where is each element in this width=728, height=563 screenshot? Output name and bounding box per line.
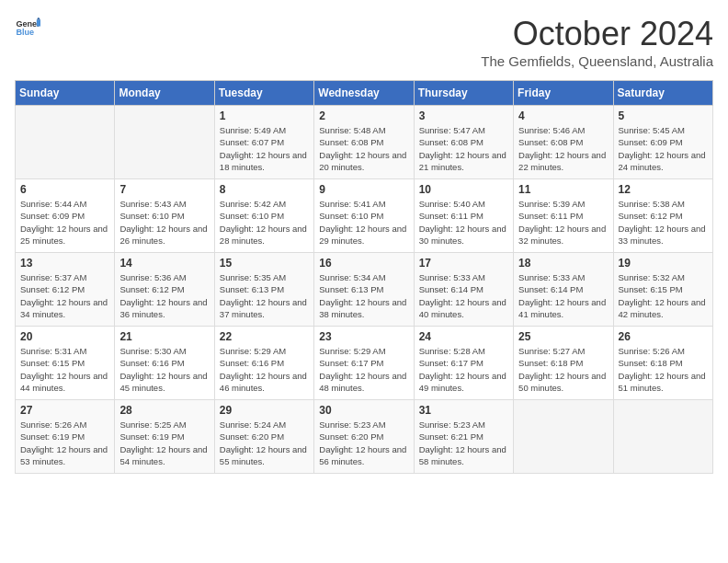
cell-info: Sunrise: 5:29 AM Sunset: 6:16 PM Dayligh… <box>220 345 309 394</box>
col-header-saturday: Saturday <box>613 81 712 106</box>
calendar-cell <box>115 106 214 179</box>
calendar-cell: 1Sunrise: 5:49 AM Sunset: 6:07 PM Daylig… <box>214 106 313 179</box>
calendar-cell: 24Sunrise: 5:28 AM Sunset: 6:17 PM Dayli… <box>414 327 513 400</box>
cell-info: Sunrise: 5:46 AM Sunset: 6:08 PM Dayligh… <box>518 124 608 173</box>
calendar-cell: 9Sunrise: 5:41 AM Sunset: 6:10 PM Daylig… <box>314 179 414 253</box>
cell-info: Sunrise: 5:28 AM Sunset: 6:17 PM Dayligh… <box>419 345 508 394</box>
calendar-cell: 4Sunrise: 5:46 AM Sunset: 6:08 PM Daylig… <box>514 106 613 179</box>
cell-info: Sunrise: 5:48 AM Sunset: 6:08 PM Dayligh… <box>319 124 408 173</box>
cell-info: Sunrise: 5:38 AM Sunset: 6:12 PM Dayligh… <box>619 198 708 247</box>
svg-text:Blue: Blue <box>16 28 34 37</box>
col-header-wednesday: Wednesday <box>314 81 414 106</box>
cell-info: Sunrise: 5:42 AM Sunset: 6:10 PM Dayligh… <box>220 198 309 247</box>
cell-info: Sunrise: 5:40 AM Sunset: 6:11 PM Dayligh… <box>419 198 508 247</box>
cell-info: Sunrise: 5:26 AM Sunset: 6:18 PM Dayligh… <box>619 345 708 394</box>
cell-info: Sunrise: 5:36 AM Sunset: 6:12 PM Dayligh… <box>119 271 209 320</box>
cell-info: Sunrise: 5:27 AM Sunset: 6:18 PM Dayligh… <box>518 345 608 394</box>
day-number: 15 <box>220 257 309 270</box>
day-number: 27 <box>20 404 109 417</box>
day-number: 7 <box>119 183 209 196</box>
logo: General Blue General Blue <box>15 15 40 40</box>
day-number: 11 <box>518 183 608 196</box>
cell-info: Sunrise: 5:23 AM Sunset: 6:20 PM Dayligh… <box>319 419 408 467</box>
calendar-cell: 5Sunrise: 5:45 AM Sunset: 6:09 PM Daylig… <box>613 106 712 179</box>
day-number: 28 <box>119 404 209 417</box>
day-number: 1 <box>220 109 309 122</box>
day-number: 25 <box>518 330 608 343</box>
calendar-cell: 28Sunrise: 5:25 AM Sunset: 6:19 PM Dayli… <box>115 400 214 474</box>
cell-info: Sunrise: 5:26 AM Sunset: 6:19 PM Dayligh… <box>20 419 109 467</box>
cell-info: Sunrise: 5:49 AM Sunset: 6:07 PM Dayligh… <box>220 124 309 173</box>
day-number: 24 <box>419 330 508 343</box>
header-row: SundayMondayTuesdayWednesdayThursdayFrid… <box>16 81 713 106</box>
day-number: 14 <box>119 257 209 270</box>
calendar-cell: 3Sunrise: 5:47 AM Sunset: 6:08 PM Daylig… <box>414 106 513 179</box>
cell-info: Sunrise: 5:23 AM Sunset: 6:21 PM Dayligh… <box>419 419 508 467</box>
calendar-cell: 15Sunrise: 5:35 AM Sunset: 6:13 PM Dayli… <box>214 253 313 327</box>
cell-info: Sunrise: 5:24 AM Sunset: 6:20 PM Dayligh… <box>220 419 309 467</box>
day-number: 26 <box>619 330 708 343</box>
calendar-cell: 27Sunrise: 5:26 AM Sunset: 6:19 PM Dayli… <box>16 400 115 474</box>
calendar-cell: 16Sunrise: 5:34 AM Sunset: 6:13 PM Dayli… <box>314 253 414 327</box>
calendar-cell <box>613 400 712 474</box>
calendar-cell: 2Sunrise: 5:48 AM Sunset: 6:08 PM Daylig… <box>314 106 414 179</box>
calendar-cell: 6Sunrise: 5:44 AM Sunset: 6:09 PM Daylig… <box>16 179 115 253</box>
cell-info: Sunrise: 5:25 AM Sunset: 6:19 PM Dayligh… <box>119 419 209 467</box>
calendar-cell: 13Sunrise: 5:37 AM Sunset: 6:12 PM Dayli… <box>16 253 115 327</box>
calendar-cell: 21Sunrise: 5:30 AM Sunset: 6:16 PM Dayli… <box>115 327 214 400</box>
calendar-cell: 19Sunrise: 5:32 AM Sunset: 6:15 PM Dayli… <box>613 253 712 327</box>
calendar-cell: 29Sunrise: 5:24 AM Sunset: 6:20 PM Dayli… <box>214 400 313 474</box>
cell-info: Sunrise: 5:43 AM Sunset: 6:10 PM Dayligh… <box>119 198 209 247</box>
day-number: 9 <box>319 183 408 196</box>
col-header-sunday: Sunday <box>16 81 115 106</box>
calendar-cell: 20Sunrise: 5:31 AM Sunset: 6:15 PM Dayli… <box>16 327 115 400</box>
calendar-cell: 22Sunrise: 5:29 AM Sunset: 6:16 PM Dayli… <box>214 327 313 400</box>
calendar-cell <box>16 106 115 179</box>
day-number: 2 <box>319 109 408 122</box>
day-number: 16 <box>319 257 408 270</box>
week-row-2: 6Sunrise: 5:44 AM Sunset: 6:09 PM Daylig… <box>16 179 713 253</box>
day-number: 29 <box>220 404 309 417</box>
cell-info: Sunrise: 5:32 AM Sunset: 6:15 PM Dayligh… <box>619 271 708 320</box>
subtitle: The Gemfields, Queensland, Australia <box>481 53 713 69</box>
calendar-cell: 31Sunrise: 5:23 AM Sunset: 6:21 PM Dayli… <box>414 400 513 474</box>
day-number: 6 <box>20 183 109 196</box>
calendar-cell: 10Sunrise: 5:40 AM Sunset: 6:11 PM Dayli… <box>414 179 513 253</box>
cell-info: Sunrise: 5:47 AM Sunset: 6:08 PM Dayligh… <box>419 124 508 173</box>
day-number: 12 <box>619 183 708 196</box>
day-number: 4 <box>518 109 608 122</box>
day-number: 30 <box>319 404 408 417</box>
week-row-1: 1Sunrise: 5:49 AM Sunset: 6:07 PM Daylig… <box>16 106 713 179</box>
calendar-cell: 18Sunrise: 5:33 AM Sunset: 6:14 PM Dayli… <box>514 253 613 327</box>
cell-info: Sunrise: 5:37 AM Sunset: 6:12 PM Dayligh… <box>20 271 109 320</box>
calendar-cell: 23Sunrise: 5:29 AM Sunset: 6:17 PM Dayli… <box>314 327 414 400</box>
cell-info: Sunrise: 5:44 AM Sunset: 6:09 PM Dayligh… <box>20 198 109 247</box>
cell-info: Sunrise: 5:31 AM Sunset: 6:15 PM Dayligh… <box>20 345 109 394</box>
calendar-cell: 11Sunrise: 5:39 AM Sunset: 6:11 PM Dayli… <box>514 179 613 253</box>
cell-info: Sunrise: 5:45 AM Sunset: 6:09 PM Dayligh… <box>619 124 708 173</box>
day-number: 8 <box>220 183 309 196</box>
day-number: 18 <box>518 257 608 270</box>
week-row-4: 20Sunrise: 5:31 AM Sunset: 6:15 PM Dayli… <box>16 327 713 400</box>
day-number: 5 <box>619 109 708 122</box>
day-number: 3 <box>419 109 508 122</box>
day-number: 31 <box>419 404 508 417</box>
cell-info: Sunrise: 5:35 AM Sunset: 6:13 PM Dayligh… <box>220 271 309 320</box>
calendar-cell: 7Sunrise: 5:43 AM Sunset: 6:10 PM Daylig… <box>115 179 214 253</box>
svg-marker-2 <box>37 20 40 27</box>
calendar-cell: 30Sunrise: 5:23 AM Sunset: 6:20 PM Dayli… <box>314 400 414 474</box>
calendar-cell: 17Sunrise: 5:33 AM Sunset: 6:14 PM Dayli… <box>414 253 513 327</box>
month-title: October 2024 <box>481 15 713 53</box>
week-row-5: 27Sunrise: 5:26 AM Sunset: 6:19 PM Dayli… <box>16 400 713 474</box>
calendar-table: SundayMondayTuesdayWednesdayThursdayFrid… <box>15 80 713 474</box>
day-number: 23 <box>319 330 408 343</box>
title-block: October 2024 The Gemfields, Queensland, … <box>481 15 713 69</box>
calendar-cell: 26Sunrise: 5:26 AM Sunset: 6:18 PM Dayli… <box>613 327 712 400</box>
col-header-tuesday: Tuesday <box>214 81 313 106</box>
col-header-friday: Friday <box>514 81 613 106</box>
day-number: 22 <box>220 330 309 343</box>
cell-info: Sunrise: 5:29 AM Sunset: 6:17 PM Dayligh… <box>319 345 408 394</box>
day-number: 21 <box>119 330 209 343</box>
calendar-cell: 12Sunrise: 5:38 AM Sunset: 6:12 PM Dayli… <box>613 179 712 253</box>
logo-icon: General Blue <box>15 15 40 40</box>
